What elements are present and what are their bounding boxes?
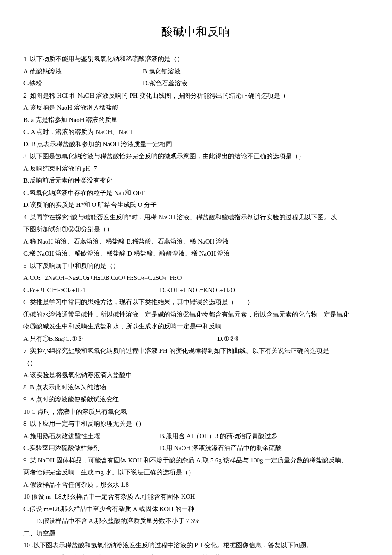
q6-option-d: D.①②® [217, 333, 239, 345]
q4-stem-line2: 下图所加试剂①②③分别是（） [23, 223, 369, 235]
q7-option-a: A.该实验是将氢氧化钠溶液滴入盐酸中 [23, 369, 369, 381]
q5-options-row-cd: C.Fe+2HCl=FeCl₂+H₂1 D.KOH+HNO₃=KNO₃+H₂O [23, 284, 369, 296]
q2-stem: 2 .如图是稀 HCI 和 NaOH 溶液反响的 PH 变化曲线图，据图分析能得… [23, 90, 369, 102]
q6-line2: 物③酸碱发生中和反响生成盐和水，所以生成水的反响一定是中和反响 [23, 320, 369, 333]
q9-option-c: C.假设 m=L8,那么样品中至少含有杂质 A 或固体 KOH 的一种 [23, 503, 369, 515]
q9-option-a: A.假设样品不含任何杂质，那么水 1.8 [23, 479, 369, 491]
q3-stem: 3 .以下图是氢氧化钠溶液与稀盐酸恰好完全反响的微观示意图，由此得出的结论不正确… [23, 150, 369, 163]
q7-stem-line1: 7 .实脸小组探究盐酸和氢氧化钠反响过程中溶液 PH 的变化规律得到如下图曲线。… [23, 345, 369, 357]
q3-option-b: B.反响前后元素的种类没有变化 [23, 174, 369, 187]
q9-stem-line2: 两者恰好完全反响，生成 mg 水。以下说法正确的选项是（） [23, 466, 369, 479]
q4-option-ab: A.稀 NaoH 溶液、石蕊溶液、稀盐酸 B.稀盐酸、石蕊溶液、稀 NaOH 溶… [23, 235, 369, 248]
q3-option-a: A.反响结束时溶液的 pH=7 [23, 163, 369, 175]
q8-options-row2: C.实验室用浓硫酸做枯燥剂 D.用 NaOH 溶液洗涤石油产品中的剩余硫酸 [23, 442, 369, 454]
q7-stem-line2: （） [23, 357, 369, 369]
q7-option-d: 10 C 点时，溶液中的溶质只有氯化氢 [23, 406, 369, 418]
q3-option-c: C.氢氧化钠溶液中存在的粒子是 Na+和 OFF [23, 187, 369, 199]
q9-option-b: 10 假设 m=L8,那么样品中一定含有杂质 A,可能含有固体 KOH [23, 491, 369, 503]
q6-option-a: A.只有①B.&@C.①③ [23, 333, 217, 345]
q3-option-d: D.该反响的实质是 H*和 O 旷结合生成氏 O 分子 [23, 199, 369, 211]
q5-option-ab: A.CO₂+2NaOH=Na₂CO₃+H₂OB.CuO+H₂SO₄=CuSO₄+… [23, 272, 369, 284]
q2-option-b: B. a 克是指参加 NaoH 溶液的质量 [23, 114, 369, 126]
q1-stem: 1 .以下物质不能用与鉴别氢氧化钠和稀硫酸溶液的是（） [23, 53, 369, 65]
q10-stem: 10 .以下图表示稀盐酸和氢氧化钠溶液发生反响过程中溶液的 PH 变化。根据图像… [23, 539, 369, 552]
q4-stem-line1: 4 .某同学在探究“酸与碱能否发生反响”时，用稀 NaOH 溶液、稀盐酸和酸碱指… [23, 211, 369, 224]
q10-part1: （1）进行该反响的实验操作是按照（填“甲"或"乙〃）图所示进行的。 [23, 552, 369, 555]
q1-option-c: C.铁粉 [23, 77, 143, 90]
q1-option-d: D.紫色石蕊溶液 [143, 77, 187, 90]
q5-option-c: C.Fe+2HCl=FeCl₂+H₂1 [23, 284, 160, 296]
q5-option-d: D.KOH+HNO₃=KNO₃+H₂O [160, 284, 235, 296]
q2-option-a: A.该反响是 NaoH 溶液滴入稀盐酸 [23, 102, 369, 114]
q6-stem: 6 .类推是学习中常用的思维方法，现有以下类推结果，其中错误的选项是（ ） [23, 296, 369, 308]
page-title: 酸碱中和反响 [23, 21, 369, 42]
q6-options-row: A.只有①B.&@C.①③ D.①②® [23, 333, 369, 345]
q1-options-row2: C.铁粉 D.紫色石蕊溶液 [23, 77, 369, 90]
q8-stem: 8 .以下应用一定与中和反响原理无关是（） [23, 418, 369, 430]
q4-option-cd: C.稀 NaOH 溶液、酚欧溶液、稀盐酸 D.稀盐酸、酚酸溶液、稀 NaOH 溶… [23, 247, 369, 260]
q7-option-c: 9 .A 点时的溶液能使酚献试液变红 [23, 393, 369, 406]
section-2-heading: 二、填空题 [23, 527, 369, 540]
q8-options-row1: A.施用熟石灰改进酸性土壤 B.服用含 AI（OH）3 的药物治疗胃酸过多 [23, 430, 369, 442]
q1-option-a: A.硫酸钠溶液 [23, 65, 143, 78]
q2-option-d: D. B 点表示稀盐酸和参加的 NaOH 溶液质量一定相同 [23, 138, 369, 151]
q1-options-row1: A.硫酸钠溶液 B.氯化钡溶液 [23, 65, 369, 78]
q6-line1: ①碱的水溶液通常呈碱性，所以碱性溶液一定是碱的溶液②氧化物都含有氧元素，所以含氧… [23, 308, 369, 321]
q2-option-c: C. A 点时，溶液的溶质为 NaOH、NaCl [23, 126, 369, 138]
q5-stem: 5 .以下反响属于中和反响的是（） [23, 260, 369, 272]
q7-option-b: 8 .B 点表示此时液体为纯洁物 [23, 381, 369, 394]
q1-option-b: B.氯化钡溶液 [143, 65, 181, 78]
q8-option-c: C.实验室用浓硫酸做枯燥剂 [23, 442, 160, 454]
q8-option-d: D.用 NaOH 溶液洗涤石油产品中的剩余硫酸 [160, 442, 282, 454]
q9-option-d: D.假设样品中不含 A,那么盐酸的溶质质量分数不小于 7.3% [23, 515, 369, 527]
q8-option-b: B.服用含 AI（OH）3 的药物治疗胃酸过多 [160, 430, 277, 442]
q9-stem-line1: 9 .某 NaOH 固体样品，可能含有固体 KOH 和不溶于酸的杂质 A,取 5… [23, 454, 369, 467]
q8-option-a: A.施用熟石灰改进酸性土壤 [23, 430, 160, 442]
